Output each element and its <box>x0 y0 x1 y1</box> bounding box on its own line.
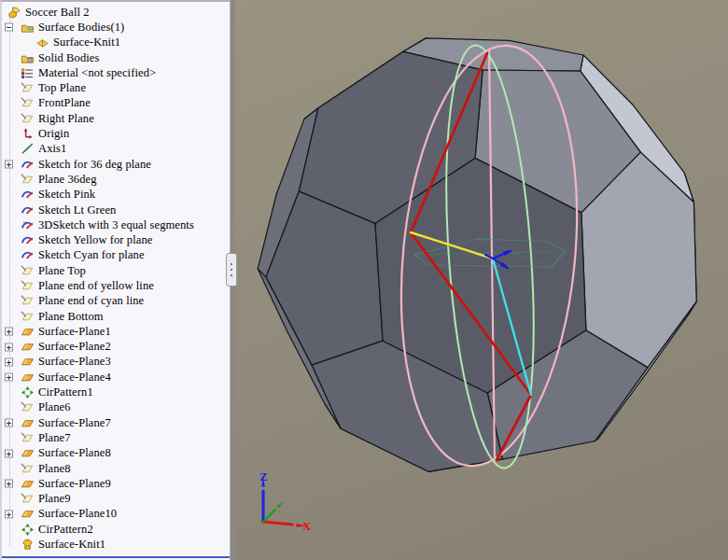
tree-item-plane7[interactable]: Plane7 <box>2 430 230 445</box>
tree-item-origin[interactable]: Origin <box>2 126 230 141</box>
tree-item-label: 3DSketch with 3 equal segments <box>38 218 194 232</box>
origin-icon <box>21 127 35 141</box>
soccer-ball-model <box>258 38 696 471</box>
tree-item-surface-plane3[interactable]: +Surface-Plane3 <box>2 355 230 370</box>
tree-item-plane6[interactable]: Plane6 <box>2 400 230 415</box>
tree-item-label: Sketch for 36 deg plane <box>38 158 151 172</box>
tree-item-label: Surface-Plane4 <box>38 371 111 385</box>
tree-item-plane8[interactable]: Plane8 <box>2 461 230 476</box>
sketch-icon <box>21 203 35 217</box>
plane-icon <box>21 112 35 126</box>
expand-icon[interactable]: + <box>5 419 13 427</box>
expand-icon[interactable]: + <box>5 343 13 351</box>
plane-icon <box>21 294 35 308</box>
tree-item-plane-end-of-yellow-line[interactable]: Plane end of yellow line <box>2 278 230 293</box>
expand-icon[interactable]: + <box>5 373 13 382</box>
tree-item-surface-plane10[interactable]: +Surface-Plane10 <box>2 507 230 522</box>
tree-item-label: Surface-Plane8 <box>38 446 111 460</box>
tree-item-label: Surface-Knit1 <box>53 35 120 49</box>
expand-icon[interactable]: + <box>5 449 13 457</box>
plane-icon <box>21 462 35 476</box>
tree-item-cirpattern2[interactable]: CirPattern2 <box>2 522 230 537</box>
tree-item-sketch-pink[interactable]: Sketch Pink <box>2 188 230 203</box>
feature-tree: Soccer Ball 2−Surface Bodies(1)Surface-K… <box>2 5 230 553</box>
plane-icon <box>21 400 35 414</box>
tree-item-surface-plane2[interactable]: +Surface-Plane2 <box>2 340 230 355</box>
tree-item-material-not-specified[interactable]: Material <not specified> <box>2 65 230 80</box>
surface-plane-icon <box>21 355 35 369</box>
sketch3d-icon <box>21 218 35 232</box>
tree-item-label: Surface Bodies(1) <box>38 21 124 35</box>
y-axis <box>263 510 275 522</box>
plane-icon <box>21 173 35 187</box>
axis-icon <box>21 142 35 156</box>
expand-icon[interactable]: + <box>5 357 13 366</box>
tree-item-label: Sketch Lt Green <box>38 203 116 217</box>
tree-item-sketch-yellow-for-plane[interactable]: Sketch Yellow for plane <box>2 232 230 247</box>
folder-surface-icon <box>21 21 35 35</box>
sketch-icon <box>21 233 35 247</box>
tree-item-cirpattern1[interactable]: CirPattern1 <box>2 385 230 399</box>
surface-plane-icon <box>21 371 35 385</box>
plane-icon <box>21 96 35 110</box>
tree-item-label: Solid Bodies <box>38 51 99 65</box>
sketch-icon <box>21 248 35 262</box>
tree-item-label: Surface-Plane3 <box>38 355 111 369</box>
tree-item-label: Plane9 <box>38 492 71 506</box>
tree-item-plane-36deg[interactable]: Plane 36deg <box>2 172 230 187</box>
plane-icon <box>21 431 35 445</box>
tree-item-label: Right Plane <box>38 112 94 126</box>
tree-item-surface-knit1[interactable]: Surface-Knit1 <box>2 537 230 552</box>
part-icon <box>7 6 21 20</box>
coordinate-triad: ZX <box>259 469 312 533</box>
tree-item-surface-plane1[interactable]: +Surface-Plane1 <box>2 324 230 339</box>
cirpattern-icon <box>21 523 35 537</box>
tree-item-surface-bodies-1[interactable]: −Surface Bodies(1) <box>2 20 230 35</box>
splitter-handle[interactable] <box>226 253 237 287</box>
plane-icon <box>21 492 35 506</box>
tree-item-surface-knit1[interactable]: Surface-Knit1 <box>2 35 230 50</box>
tree-item-label: Sketch Yellow for plane <box>38 233 152 247</box>
tree-item-surface-plane8[interactable]: +Surface-Plane8 <box>2 446 230 461</box>
expand-icon[interactable]: + <box>5 510 13 518</box>
panel-bottom-edge <box>2 556 230 558</box>
tree-item-label: Plane7 <box>38 431 71 445</box>
model-scene[interactable]: ZX <box>235 0 728 560</box>
viewport-3d[interactable]: ZX <box>235 0 728 560</box>
tree-item-plane-top[interactable]: Plane Top <box>2 263 230 278</box>
tree-item-right-plane[interactable]: Right Plane <box>2 111 230 126</box>
tree-item-top-plane[interactable]: Top Plane <box>2 80 230 95</box>
tree-item-label: Surface-Plane10 <box>38 507 117 521</box>
tree-item-label: Plane Top <box>38 264 86 278</box>
expand-icon[interactable]: + <box>5 161 13 169</box>
sketch-icon <box>21 188 35 202</box>
material-icon <box>21 66 35 80</box>
tree-item-label: Sketch Cyan for plane <box>38 248 145 262</box>
collapse-icon[interactable]: − <box>5 23 13 32</box>
tree-item-label: Material <not specified> <box>38 66 156 80</box>
tree-item-3dsketch-with-3-equal-segments[interactable]: 3DSketch with 3 equal segments <box>2 217 230 232</box>
tree-item-surface-plane4[interactable]: +Surface-Plane4 <box>2 370 230 385</box>
folder-solid-icon <box>21 51 35 65</box>
surface-knit-body-icon <box>35 35 49 49</box>
expand-icon[interactable]: + <box>5 480 13 488</box>
tree-item-sketch-cyan-for-plane[interactable]: Sketch Cyan for plane <box>2 248 230 263</box>
tree-item-plane-bottom[interactable]: Plane Bottom <box>2 309 230 324</box>
x-axis <box>263 522 292 525</box>
arrowhead <box>277 501 284 508</box>
tree-item-solid-bodies[interactable]: Solid Bodies <box>2 50 230 65</box>
tree-item-axis1[interactable]: Axis1 <box>2 142 230 157</box>
tree-item-frontplane[interactable]: FrontPlane <box>2 96 230 111</box>
x-axis-label: X <box>302 519 312 533</box>
tree-item-surface-plane7[interactable]: +Surface-Plane7 <box>2 415 230 430</box>
tree-item-label: Surface-Plane9 <box>38 477 111 491</box>
tree-item-plane9[interactable]: Plane9 <box>2 492 230 507</box>
tree-item-plane-end-of-cyan-line[interactable]: Plane end of cyan line <box>2 294 230 309</box>
tree-item-sketch-for-36-deg-plane[interactable]: +Sketch for 36 deg plane <box>2 157 230 172</box>
tree-item-soccer-ball-2[interactable]: Soccer Ball 2 <box>2 5 230 20</box>
surface-plane-icon <box>21 416 35 430</box>
solidworks-window: Soccer Ball 2−Surface Bodies(1)Surface-K… <box>0 0 728 560</box>
tree-item-surface-plane9[interactable]: +Surface-Plane9 <box>2 476 230 491</box>
expand-icon[interactable]: + <box>5 328 13 336</box>
tree-item-sketch-lt-green[interactable]: Sketch Lt Green <box>2 203 230 217</box>
